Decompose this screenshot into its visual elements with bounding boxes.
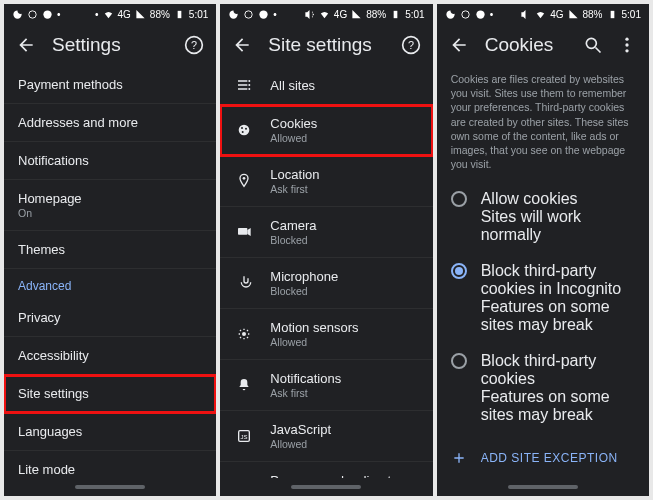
sync-icon (243, 9, 254, 20)
radio-icon (451, 353, 467, 369)
help-icon[interactable]: ? (184, 35, 204, 55)
svg-line-28 (595, 48, 600, 53)
add-site-exception[interactable]: ADD SITE EXCEPTION (437, 438, 649, 478)
list-item[interactable]: CameraBlocked (220, 207, 432, 258)
list-item[interactable]: MicrophoneBlocked (220, 258, 432, 309)
status-bar: • • 4G 88% 5:01 (4, 4, 216, 24)
sync-icon (27, 9, 38, 20)
svg-point-24 (461, 10, 468, 17)
svg-text:?: ? (191, 39, 197, 51)
sync-icon (460, 9, 471, 20)
list-item[interactable]: LocationAsk first (220, 156, 432, 207)
list-item[interactable]: NotificationsAsk first (220, 360, 432, 411)
page-title: Settings (52, 34, 168, 56)
menu-icon[interactable] (617, 35, 637, 55)
back-icon[interactable] (16, 35, 36, 55)
moon-icon (445, 9, 456, 20)
nav-bar (220, 478, 432, 496)
svg-rect-7 (394, 10, 398, 17)
svg-point-31 (625, 49, 628, 52)
svg-point-13 (239, 125, 250, 136)
svg-point-11 (249, 84, 251, 86)
list-item[interactable]: Languages (4, 413, 216, 451)
radio-option[interactable]: Allow cookiesSites will work normally (437, 181, 649, 253)
svg-point-5 (245, 10, 252, 17)
wifi-icon (103, 9, 114, 20)
list-item[interactable]: Pop-ups and redirectsBlocked (220, 462, 432, 478)
mute-icon (520, 9, 531, 20)
radio-icon (451, 263, 467, 279)
advanced-label[interactable]: Advanced (4, 269, 216, 299)
svg-text:JS: JS (241, 434, 248, 440)
list-item[interactable]: CookiesAllowed (220, 105, 432, 156)
svg-point-25 (476, 10, 484, 18)
back-icon[interactable] (449, 35, 469, 55)
svg-rect-26 (610, 10, 614, 17)
chat-icon (42, 9, 53, 20)
svg-rect-18 (238, 228, 247, 235)
moon-icon (228, 9, 239, 20)
list-item[interactable]: Lite modeOff (4, 451, 216, 478)
cookies-options: Allow cookiesSites will work normallyBlo… (437, 181, 649, 438)
list-item[interactable]: Motion sensorsAllowed (220, 309, 432, 360)
nav-bar (4, 478, 216, 496)
cookies-description: Cookies are files created by websites yo… (437, 66, 649, 181)
help-icon[interactable]: ? (401, 35, 421, 55)
signal-icon (135, 9, 146, 20)
list-item[interactable]: Themes (4, 231, 216, 269)
list-item[interactable]: Accessibility (4, 337, 216, 375)
svg-point-29 (625, 38, 628, 41)
nav-bar (437, 478, 649, 496)
status-bar: • 4G 88% 5:01 (437, 4, 649, 24)
settings-list: Payment methodsAddresses and moreNotific… (4, 66, 216, 478)
radio-icon (451, 191, 467, 207)
list-item[interactable]: Privacy (4, 299, 216, 337)
svg-point-12 (249, 88, 251, 90)
list-item[interactable]: Notifications (4, 142, 216, 180)
signal-icon (351, 9, 362, 20)
svg-point-16 (242, 131, 244, 133)
signal-icon (568, 9, 579, 20)
app-bar: Cookies (437, 24, 649, 66)
page-title: Cookies (485, 34, 567, 56)
cookies-screen: • 4G 88% 5:01 Cookies Cookies are files … (437, 4, 649, 496)
plus-icon (451, 450, 467, 466)
site-settings-screen: • 4G 88% 5:01 Site settings ? All sitesC… (220, 4, 432, 496)
radio-option[interactable]: Block third-party cookiesFeatures on som… (437, 343, 649, 433)
list-item[interactable]: HomepageOn (4, 180, 216, 231)
chat-icon (258, 9, 269, 20)
list-item[interactable]: Payment methods (4, 66, 216, 104)
svg-point-10 (249, 80, 251, 82)
list-item[interactable]: Site settings (4, 375, 216, 413)
svg-point-1 (43, 10, 51, 18)
radio-option[interactable]: Block third-party cookies in IncognitoFe… (437, 253, 649, 343)
mute-icon (304, 9, 315, 20)
search-icon[interactable] (583, 35, 603, 55)
row-icon (234, 275, 254, 291)
moon-icon (12, 9, 23, 20)
svg-point-19 (242, 332, 246, 336)
list-item[interactable]: Addresses and more (4, 104, 216, 142)
back-icon[interactable] (232, 35, 252, 55)
svg-rect-2 (178, 10, 182, 17)
chat-icon (475, 9, 486, 20)
row-icon (234, 326, 254, 342)
row-icon: JS (234, 428, 254, 444)
battery-icon (390, 9, 401, 20)
list-item[interactable]: All sites (220, 66, 432, 105)
wifi-icon (535, 9, 546, 20)
page-title: Site settings (268, 34, 384, 56)
svg-point-17 (243, 177, 246, 180)
svg-point-14 (241, 127, 243, 129)
row-icon (234, 173, 254, 189)
add-site-label: ADD SITE EXCEPTION (481, 451, 618, 465)
app-bar: Settings ? (4, 24, 216, 66)
row-icon (234, 224, 254, 240)
wifi-icon (319, 9, 330, 20)
list-item[interactable]: JSJavaScriptAllowed (220, 411, 432, 462)
svg-point-6 (260, 10, 268, 18)
row-icon (234, 122, 254, 138)
settings-screen: • • 4G 88% 5:01 Settings ? Payment metho… (4, 4, 216, 496)
site-settings-list: All sitesCookiesAllowedLocationAsk first… (220, 66, 432, 478)
row-icon (234, 377, 254, 393)
